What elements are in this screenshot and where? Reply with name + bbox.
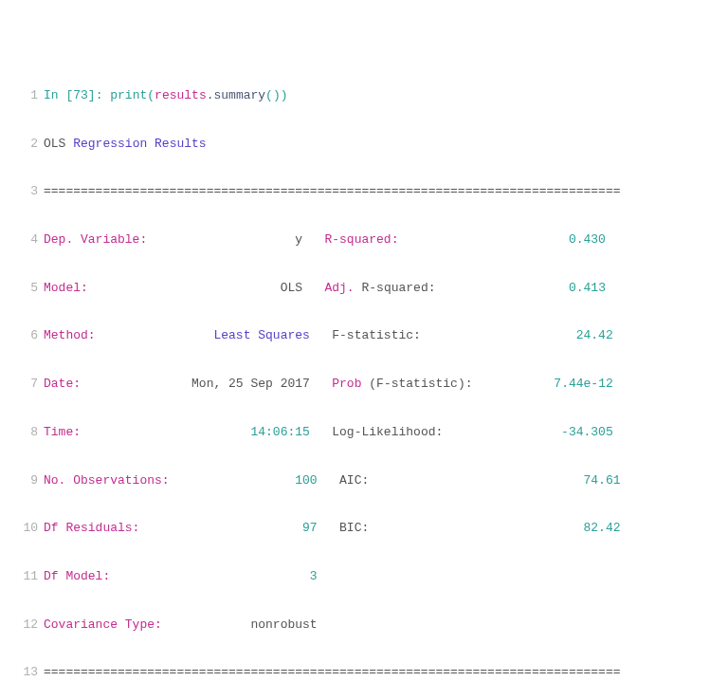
line-number: 4 [11,228,38,251]
label-n-obs: No. Observations: [44,473,170,488]
value-dep-variable: y [147,232,302,247]
line-number: 1 [11,83,38,107]
stat-row: 5Model: OLS Adj. R-squared: 0.413 [11,276,717,300]
value-time: 14:06:15 [81,425,310,439]
identifier-results: results [155,88,207,102]
label-prob-f-a: Prob [332,377,361,391]
label-aic: AIC: [339,473,369,488]
value-df-resid: 97 [139,521,317,535]
line-number: 10 [11,516,38,540]
line-number: 5 [11,276,38,300]
code-line: 1In [73]: print(results.summary()) [11,83,717,107]
rule-eq: ========================================… [44,184,621,198]
stat-row: 6Method: Least Squares F-statistic: 24.4… [11,323,717,347]
print-call: print [110,88,147,102]
value-df-model: 3 [110,569,317,583]
method-summary: summary [214,88,266,102]
value-bic: 82.42 [369,521,620,535]
label-df-model: Df Model: [44,569,110,583]
line-number: 9 [11,469,38,492]
label-adj-r-squared-b: R-squared: [355,281,436,295]
line-number: 2 [11,132,38,156]
line-number: 12 [11,613,38,636]
label-r-squared: R-squared: [324,232,398,247]
label-df-resid: Df Residuals: [44,521,139,535]
in-prompt-num: [73]: [65,88,102,102]
title-line: 2OLS Regression Results [11,132,717,156]
line-number: 11 [11,564,38,588]
label-f-statistic: F-statistic: [332,328,421,342]
stat-row: 9No. Observations: 100 AIC: 74.61 [11,469,717,492]
rule-line: 3=======================================… [11,179,717,203]
label-prob-f-b: (F-statistic): [361,377,472,391]
rule-eq: ========================================… [44,665,621,679]
in-prompt-kw: In [44,88,59,102]
title-ols: OLS [44,137,65,151]
title-rest: Regression Results [73,137,206,151]
line-number: 13 [11,660,38,684]
stat-row: 10Df Residuals: 97 BIC: 82.42 [11,516,717,540]
stat-row: 8Time: 14:06:15 Log-Likelihood: -34.305 [11,420,717,444]
line-number: 6 [11,323,38,347]
stat-row: 12Covariance Type: nonrobust [11,613,717,636]
value-prob-f: 7.44e-12 [473,377,613,391]
label-time: Time: [44,425,81,439]
label-cov-type: Covariance Type: [44,617,162,632]
label-dep-variable: Dep. Variable: [44,232,147,247]
stat-row: 4Dep. Variable: y R-squared: 0.430 [11,228,717,251]
value-n-obs: 100 [170,473,318,488]
rule-line: 13======================================… [11,660,717,684]
label-adj-r-squared-a: Adj. [324,281,354,295]
value-date: Mon, 25 Sep 2017 [81,377,310,391]
value-cov-type: nonrobust [162,617,318,632]
line-number: 8 [11,420,38,444]
stat-row: 7Date: Mon, 25 Sep 2017 Prob (F-statisti… [11,372,717,396]
label-date: Date: [44,377,81,391]
value-method: Least Squares [96,328,310,342]
value-model: OLS [88,281,302,295]
value-log-likelihood: -34.305 [443,425,612,439]
label-bic: BIC: [339,521,369,535]
value-aic: 74.61 [369,473,620,488]
value-r-squared: 0.430 [398,232,605,247]
stat-row: 11Df Model: 3 [11,564,717,588]
label-log-likelihood: Log-Likelihood: [332,425,443,439]
line-number: 3 [11,179,38,203]
value-adj-r-squared: 0.413 [436,281,606,295]
value-f-statistic: 24.42 [421,328,613,342]
label-model: Model: [44,281,88,295]
line-number: 7 [11,372,38,396]
label-method: Method: [44,328,96,342]
